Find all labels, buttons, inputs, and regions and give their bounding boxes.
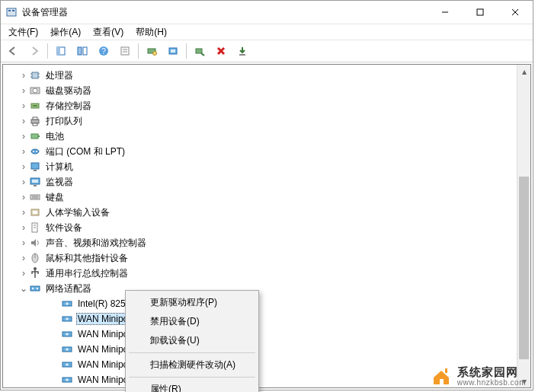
tree-node[interactable]: ›打印队列 bbox=[3, 113, 530, 129]
svg-rect-57 bbox=[30, 286, 40, 291]
scan-hardware-button[interactable] bbox=[142, 41, 162, 61]
tree-node-label: 声音、视频和游戏控制器 bbox=[44, 237, 148, 250]
expand-icon[interactable]: › bbox=[18, 161, 29, 172]
tree-pane: ›处理器›磁盘驱动器›存储控制器›打印队列›电池›端口 (COM 和 LPT)›… bbox=[2, 64, 531, 388]
tree-node-label: 打印队列 bbox=[44, 115, 84, 128]
svg-rect-34 bbox=[33, 117, 37, 120]
uninstall-device-button[interactable] bbox=[211, 41, 231, 61]
tree-node[interactable]: ›WAN Miniport ( bbox=[3, 387, 530, 388]
expand-icon[interactable]: › bbox=[18, 146, 29, 157]
nic-icon bbox=[61, 328, 73, 340]
menu-help[interactable]: 帮助(H) bbox=[130, 24, 173, 40]
svg-rect-35 bbox=[33, 123, 37, 126]
watermark: 系统家园网 www.hnzkbsb.com bbox=[430, 365, 526, 387]
properties-button[interactable] bbox=[115, 41, 135, 61]
menu-file[interactable]: 文件(F) bbox=[2, 24, 44, 40]
tree-node[interactable]: ›计算机 bbox=[3, 159, 530, 174]
net-icon bbox=[29, 282, 41, 295]
help-button[interactable]: ? bbox=[94, 41, 114, 61]
svg-rect-45 bbox=[34, 185, 37, 186]
tree-node[interactable]: ›鼠标和其他指针设备 bbox=[3, 250, 530, 266]
tree-node[interactable]: ›监视器 bbox=[3, 174, 530, 190]
svg-rect-58 bbox=[32, 288, 34, 289]
tree-node[interactable]: ›软件设备 bbox=[3, 220, 530, 235]
print-icon bbox=[29, 115, 41, 127]
context-menu-item[interactable]: 属性(R) bbox=[127, 380, 257, 392]
tree-node[interactable]: ›端口 (COM 和 LPT) bbox=[3, 144, 530, 159]
svg-point-40 bbox=[36, 151, 37, 152]
tree-node[interactable]: ›通用串行总线控制器 bbox=[3, 266, 530, 281]
context-menu-item[interactable]: 扫描检测硬件改动(A) bbox=[127, 355, 257, 374]
tree-node[interactable]: ›处理器 bbox=[3, 68, 530, 83]
enable-device-button[interactable] bbox=[190, 41, 210, 61]
expand-icon[interactable]: › bbox=[18, 268, 29, 279]
context-menu-item[interactable]: 更新驱动程序(P) bbox=[127, 293, 257, 312]
kbd-icon bbox=[29, 191, 41, 203]
minimize-button[interactable] bbox=[428, 1, 463, 24]
toolbar-separator bbox=[138, 43, 139, 59]
context-menu-item[interactable]: 卸载设备(U) bbox=[127, 331, 257, 350]
svg-point-56 bbox=[34, 267, 37, 270]
menu-action[interactable]: 操作(A) bbox=[44, 24, 87, 40]
menubar: 文件(F) 操作(A) 查看(V) 帮助(H) bbox=[1, 24, 533, 40]
tree-node-label: 网络适配器 bbox=[44, 282, 93, 295]
tree-node[interactable]: ›Intel(R) 82574L Gigabit Network Connect… bbox=[3, 296, 530, 311]
show-hide-tree-button[interactable] bbox=[51, 41, 71, 61]
tree-node[interactable]: ›WAN Miniport (IKEv2) bbox=[3, 311, 530, 327]
expand-icon[interactable]: › bbox=[18, 100, 29, 111]
expand-icon[interactable]: › bbox=[18, 253, 29, 263]
expand-icon[interactable]: › bbox=[18, 207, 29, 218]
update-driver-button[interactable] bbox=[163, 41, 183, 61]
expand-icon[interactable]: › bbox=[18, 222, 29, 233]
svg-rect-20 bbox=[196, 49, 202, 53]
scroll-track[interactable] bbox=[517, 78, 530, 374]
cpu-icon bbox=[29, 69, 41, 81]
nic-icon bbox=[61, 298, 73, 310]
tree-node[interactable]: ›存储控制器 bbox=[3, 98, 530, 113]
svg-rect-36 bbox=[31, 134, 38, 139]
svg-rect-50 bbox=[33, 211, 37, 214]
scroll-thumb[interactable] bbox=[519, 177, 529, 359]
monitor-icon bbox=[29, 176, 41, 188]
expand-icon[interactable]: › bbox=[18, 237, 29, 248]
properties-pane-button[interactable] bbox=[72, 41, 92, 61]
tree-node-label: 计算机 bbox=[44, 161, 75, 174]
tree-node[interactable]: ›WAN Miniport ( bbox=[3, 342, 530, 357]
tree-node[interactable]: ⌄网络适配器 bbox=[3, 281, 530, 296]
back-button[interactable] bbox=[3, 41, 23, 61]
tree-node[interactable]: ›声音、视频和游戏控制器 bbox=[3, 235, 530, 250]
vertical-scrollbar[interactable]: ▴ ▾ bbox=[517, 65, 530, 387]
tree-node-label: 软件设备 bbox=[44, 221, 84, 234]
svg-rect-8 bbox=[57, 47, 60, 55]
expand-icon[interactable]: › bbox=[18, 70, 29, 81]
disk-icon bbox=[29, 84, 41, 97]
expand-icon[interactable]: › bbox=[18, 85, 29, 96]
tree-node[interactable]: ›WAN Miniport ( bbox=[3, 327, 530, 342]
tree-node[interactable]: ›键盘 bbox=[3, 190, 530, 205]
context-menu-item[interactable]: 禁用设备(D) bbox=[127, 312, 257, 331]
expand-icon[interactable]: › bbox=[18, 116, 29, 126]
svg-rect-42 bbox=[34, 170, 37, 171]
expand-icon[interactable]: › bbox=[18, 192, 29, 202]
window-controls bbox=[428, 1, 533, 24]
toolbar-separator bbox=[47, 43, 48, 59]
svg-rect-41 bbox=[31, 163, 39, 169]
device-tree[interactable]: ›处理器›磁盘驱动器›存储控制器›打印队列›电池›端口 (COM 和 LPT)›… bbox=[3, 65, 530, 388]
close-button[interactable] bbox=[498, 1, 533, 24]
tree-node-label: 处理器 bbox=[44, 69, 75, 82]
forward-button[interactable] bbox=[24, 41, 44, 61]
audio-icon bbox=[29, 237, 41, 249]
tree-node[interactable]: ›人体学输入设备 bbox=[3, 205, 530, 220]
expand-icon[interactable]: › bbox=[18, 131, 29, 142]
maximize-button[interactable] bbox=[463, 1, 498, 24]
collapse-icon[interactable]: ⌄ bbox=[18, 283, 29, 294]
svg-rect-69 bbox=[445, 368, 447, 373]
expand-icon[interactable]: › bbox=[18, 177, 29, 187]
tree-node[interactable]: ›磁盘驱动器 bbox=[3, 83, 530, 98]
scroll-up-button[interactable]: ▴ bbox=[517, 65, 530, 78]
tree-node[interactable]: ›电池 bbox=[3, 129, 530, 144]
tree-node-label: 人体学输入设备 bbox=[44, 206, 111, 219]
svg-point-39 bbox=[33, 151, 34, 152]
add-legacy-hardware-button[interactable] bbox=[232, 41, 252, 61]
menu-view[interactable]: 查看(V) bbox=[87, 24, 130, 40]
